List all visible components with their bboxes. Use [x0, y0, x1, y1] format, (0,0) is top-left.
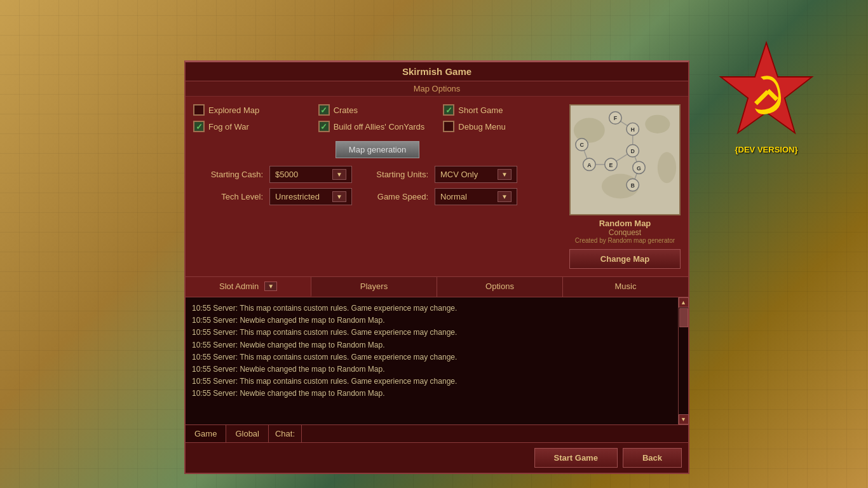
chat-input-row: Game Global Chat: — [186, 424, 688, 442]
game-speed-arrow[interactable]: ▼ — [498, 191, 512, 202]
chat-line: 10:55 Server: Newbie changed the map to … — [192, 363, 672, 376]
dialog-title: Skirmish Game — [186, 62, 688, 81]
dev-version-label: {DEV VERSION} — [735, 145, 798, 154]
chat-line: 10:55 Server: This map contains custom r… — [192, 376, 672, 388]
music-label: Music — [615, 281, 637, 291]
tabs-row: Slot Admin ▼ Players Options Music — [186, 276, 688, 297]
soviet-star-icon — [709, 37, 824, 151]
game-speed-value: Normal — [440, 192, 494, 201]
dialog-content: Explored Map Crates Short Game Fog of Wa… — [186, 97, 688, 276]
tab-players[interactable]: Players — [311, 277, 437, 297]
map-description: Created by Random map generator — [575, 237, 675, 244]
svg-point-5 — [645, 115, 670, 133]
tech-level-row: Tech Level: Unrestricted ▼ Game Speed: N… — [193, 188, 562, 205]
starting-units-label: Starting Units: — [358, 170, 428, 179]
build-off-allies-checkbox[interactable] — [318, 121, 330, 132]
svg-text:G: G — [637, 165, 641, 172]
slot-admin-dropdown-icon[interactable]: ▼ — [264, 281, 277, 291]
svg-text:F: F — [614, 115, 618, 121]
scroll-down-arrow[interactable]: ▼ — [679, 414, 689, 424]
chat-text-input[interactable] — [302, 425, 688, 442]
map-type: Conquest — [609, 228, 641, 237]
crates-label: Crates — [334, 105, 358, 115]
skirmish-dialog: Skirmish Game Map Options Explored Map C… — [184, 60, 689, 474]
tab-slot-admin[interactable]: Slot Admin ▼ — [186, 277, 311, 297]
starting-units-value: MCV Only — [440, 170, 494, 179]
starting-cash-arrow[interactable]: ▼ — [332, 169, 346, 180]
svg-text:C: C — [580, 142, 584, 148]
crates-checkbox[interactable] — [318, 104, 330, 116]
starting-units-select[interactable]: MCV Only ▼ — [435, 166, 517, 183]
map-preview-image: F H D G B E — [569, 104, 681, 215]
map-preview-svg: F H D G B E — [571, 105, 679, 214]
starting-cash-row: Starting Cash: $5000 ▼ Starting Units: M… — [193, 166, 562, 183]
back-button[interactable]: Back — [623, 448, 682, 468]
svg-text:D: D — [631, 148, 635, 154]
short-game-label: Short Game — [458, 105, 503, 115]
chat-line: 10:55 Server: This map contains custom r… — [192, 327, 672, 339]
debug-menu-checkbox[interactable] — [443, 121, 454, 132]
dialog-subtitle: Map Options — [186, 81, 688, 97]
tab-options[interactable]: Options — [437, 277, 563, 297]
chat-line: 10:55 Server: This map contains custom r… — [192, 302, 672, 315]
svg-text:A: A — [587, 162, 592, 168]
slot-admin-label: Slot Admin — [219, 281, 259, 291]
svg-text:H: H — [631, 126, 635, 133]
start-game-button[interactable]: Start Game — [534, 448, 618, 468]
explored-map-checkbox[interactable] — [193, 104, 205, 116]
debug-menu-option[interactable]: Debug Menu — [443, 121, 562, 132]
crates-option[interactable]: Crates — [318, 104, 437, 116]
svg-marker-0 — [721, 43, 812, 133]
chat-log: 10:55 Server: This map contains custom r… — [186, 297, 678, 424]
chat-line: 10:55 Server: Newbie changed the map to … — [192, 388, 672, 400]
build-off-allies-label: Build off Allies' ConYards — [334, 122, 425, 132]
scroll-track — [679, 308, 688, 414]
chat-line: 10:55 Server: Newbie changed the map to … — [192, 315, 672, 327]
starting-cash-value: $5000 — [275, 170, 329, 179]
tech-level-select[interactable]: Unrestricted ▼ — [269, 188, 352, 205]
chat-scrollbar: ▲ ▼ — [678, 297, 688, 424]
build-off-allies-option[interactable]: Build off Allies' ConYards — [318, 121, 437, 132]
tab-music[interactable]: Music — [563, 277, 688, 297]
chat-area: 10:55 Server: This map contains custom r… — [186, 297, 688, 424]
chat-prefix-label: Chat: — [269, 425, 302, 442]
svg-text:E: E — [609, 162, 613, 168]
chat-line: 10:55 Server: Newbie changed the map to … — [192, 339, 672, 351]
chat-game-label: Game — [194, 429, 217, 438]
players-label: Players — [360, 281, 388, 291]
game-speed-label: Game Speed: — [358, 192, 428, 201]
bottom-buttons: Start Game Back — [186, 442, 688, 473]
starting-cash-label: Starting Cash: — [193, 170, 263, 179]
game-speed-select[interactable]: Normal ▼ — [435, 188, 517, 205]
debug-menu-label: Debug Menu — [458, 122, 505, 132]
starting-units-arrow[interactable]: ▼ — [498, 169, 512, 180]
svg-text:B: B — [631, 182, 635, 189]
chat-line: 10:55 Server: This map contains custom r… — [192, 351, 672, 363]
checkboxes-grid: Explored Map Crates Short Game Fog of Wa… — [193, 104, 562, 132]
soviet-logo-area: {DEV VERSION} — [703, 25, 830, 165]
fog-of-war-option[interactable]: Fog of War — [193, 121, 312, 132]
chat-global-label: Global — [235, 429, 259, 438]
map-generation-button[interactable]: Map generation — [336, 141, 419, 158]
explored-map-label: Explored Map — [208, 105, 259, 115]
svg-point-7 — [658, 152, 676, 183]
tech-level-value: Unrestricted — [275, 192, 329, 201]
explored-map-option[interactable]: Explored Map — [193, 104, 312, 116]
short-game-checkbox[interactable] — [443, 104, 454, 116]
chat-tab-game[interactable]: Game — [186, 425, 226, 442]
short-game-option[interactable]: Short Game — [443, 104, 562, 116]
map-preview-panel: F H D G B E — [569, 104, 681, 269]
starting-cash-select[interactable]: $5000 ▼ — [269, 166, 352, 183]
tech-level-arrow[interactable]: ▼ — [332, 191, 346, 202]
map-generation-row: Map generation — [193, 141, 562, 158]
fog-of-war-checkbox[interactable] — [193, 121, 205, 132]
fog-of-war-label: Fog of War — [208, 122, 249, 132]
options-panel: Explored Map Crates Short Game Fog of Wa… — [193, 104, 562, 269]
change-map-button[interactable]: Change Map — [569, 249, 681, 269]
scroll-up-arrow[interactable]: ▲ — [679, 297, 689, 308]
tech-level-label: Tech Level: — [193, 192, 263, 201]
map-name: Random Map — [599, 219, 651, 228]
options-label: Options — [485, 281, 514, 291]
scroll-thumb[interactable] — [679, 308, 688, 327]
chat-tab-global[interactable]: Global — [226, 425, 269, 442]
